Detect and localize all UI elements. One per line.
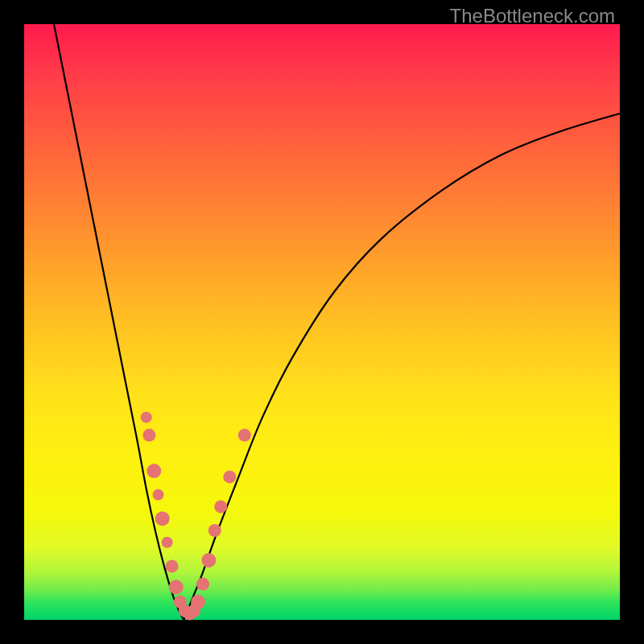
data-marker <box>169 580 184 594</box>
data-marker <box>147 464 161 478</box>
data-marker <box>153 489 164 501</box>
data-marker <box>142 429 155 442</box>
data-marker <box>155 511 170 526</box>
data-marker <box>141 411 152 423</box>
watermark-text: TheBottleneck.com <box>450 5 615 27</box>
data-marker <box>196 578 209 591</box>
curve-left <box>54 24 184 620</box>
data-marker <box>191 595 205 609</box>
data-marker <box>208 524 221 537</box>
data-marker <box>238 429 251 442</box>
curve-right <box>184 114 620 620</box>
data-marker <box>214 500 227 513</box>
chart-svg <box>24 24 620 620</box>
data-marker <box>223 470 236 483</box>
data-marker <box>166 559 179 572</box>
data-marker <box>201 553 216 568</box>
data-marker <box>162 537 173 548</box>
